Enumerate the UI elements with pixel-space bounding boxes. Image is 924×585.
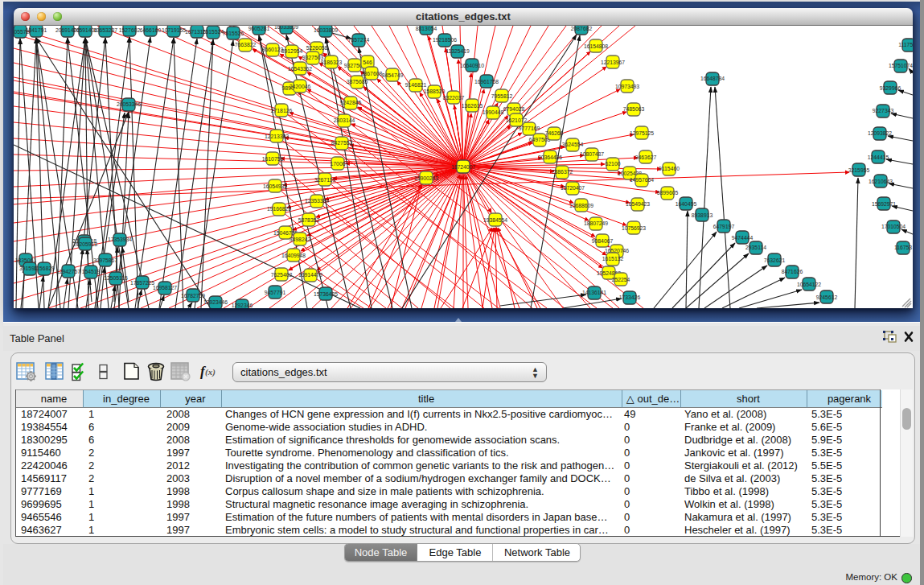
svg-text:116753: 116753 xyxy=(894,245,912,250)
svg-text:20053346: 20053346 xyxy=(117,101,141,107)
svg-text:8471626: 8471626 xyxy=(782,269,803,274)
svg-text:5878352: 5878352 xyxy=(298,217,320,223)
svg-text:2935114: 2935114 xyxy=(745,245,766,250)
svg-text:15736485: 15736485 xyxy=(314,291,338,297)
svg-text:15692971: 15692971 xyxy=(872,201,896,207)
svg-text:12942757: 12942757 xyxy=(56,269,80,274)
svg-text:7632621: 7632621 xyxy=(764,257,786,263)
svg-text:19166825: 19166825 xyxy=(267,206,291,212)
svg-text:12353384: 12353384 xyxy=(305,198,329,204)
svg-text:12505115: 12505115 xyxy=(104,275,128,281)
svg-text:12923446: 12923446 xyxy=(203,299,228,305)
svg-text:3624554: 3624554 xyxy=(562,142,584,147)
svg-text:1292346: 1292346 xyxy=(232,303,253,308)
svg-text:17857225: 17857225 xyxy=(130,280,154,286)
svg-text:16549423: 16549423 xyxy=(626,201,650,207)
svg-text:9329966: 9329966 xyxy=(880,85,901,91)
svg-text:1841791: 1841791 xyxy=(26,27,47,33)
svg-text:9457791: 9457791 xyxy=(265,290,286,295)
svg-text:7386372: 7386372 xyxy=(552,169,573,175)
svg-text:9242845: 9242845 xyxy=(340,100,362,105)
svg-text:12975125: 12975125 xyxy=(630,130,654,136)
svg-text:9605281: 9605281 xyxy=(248,26,270,31)
svg-text:1362615: 1362615 xyxy=(462,103,483,109)
svg-text:19218506: 19218506 xyxy=(433,37,457,43)
svg-text:2718126: 2718126 xyxy=(271,108,293,113)
svg-text:252254: 252254 xyxy=(612,277,630,282)
svg-text:18724007: 18724007 xyxy=(451,164,475,170)
svg-text:8660123: 8660123 xyxy=(262,47,284,52)
svg-text:9146821: 9146821 xyxy=(405,82,427,88)
svg-text:154519: 154519 xyxy=(82,269,101,274)
svg-text:9115460: 9115460 xyxy=(659,166,680,171)
svg-text:16210643: 16210643 xyxy=(869,179,893,184)
svg-text:16409948: 16409948 xyxy=(281,253,306,258)
svg-text:2420046: 2420046 xyxy=(290,84,311,89)
svg-text:7515524: 7515524 xyxy=(203,29,224,35)
svg-text:12213383: 12213383 xyxy=(265,134,289,139)
svg-text:5226058: 5226058 xyxy=(306,45,328,51)
svg-text:1527602: 1527602 xyxy=(119,27,141,33)
svg-text:2867608: 2867608 xyxy=(361,71,383,76)
svg-text:6466160: 6466160 xyxy=(140,27,162,33)
svg-text:16033809: 16033809 xyxy=(274,26,298,30)
svg-text:1156829: 1156829 xyxy=(34,266,55,271)
svg-text:3875685: 3875685 xyxy=(347,79,368,84)
svg-text:9777169: 9777169 xyxy=(519,126,540,131)
svg-text:(x): (x) xyxy=(205,367,216,377)
svg-text:8186323: 8186323 xyxy=(321,60,343,65)
svg-text:10807487: 10807487 xyxy=(580,151,604,157)
svg-text:2087682: 2087682 xyxy=(571,26,593,31)
svg-text:8912954: 8912954 xyxy=(281,48,303,54)
svg-text:18807249: 18807249 xyxy=(584,220,608,226)
svg-text:8427552: 8427552 xyxy=(331,140,353,146)
svg-text:16640910: 16640910 xyxy=(460,63,484,68)
svg-text:16782759: 16782759 xyxy=(181,293,205,299)
svg-text:1588520: 1588520 xyxy=(424,89,446,94)
svg-text:746266: 746266 xyxy=(545,130,564,136)
svg-text:16958127: 16958127 xyxy=(153,285,177,290)
svg-text:3498242: 3498242 xyxy=(290,237,311,242)
svg-text:546: 546 xyxy=(363,60,372,65)
svg-text:2803144: 2803144 xyxy=(334,117,355,123)
svg-text:10688609: 10688609 xyxy=(569,203,593,208)
svg-text:7485063: 7485063 xyxy=(623,106,645,112)
svg-text:15900243: 15900243 xyxy=(414,175,438,181)
svg-text:7515526: 7515526 xyxy=(223,31,244,36)
svg-text:1244415: 1244415 xyxy=(868,154,889,160)
svg-text:9463627: 9463627 xyxy=(635,154,657,160)
svg-text:17006: 17006 xyxy=(331,161,346,167)
svg-text:14136141: 14136141 xyxy=(582,290,606,295)
svg-text:8322037: 8322037 xyxy=(443,95,465,101)
svg-text:6794028: 6794028 xyxy=(503,106,525,112)
svg-text:17010504: 17010504 xyxy=(881,224,906,229)
svg-text:12213967: 12213967 xyxy=(601,60,625,65)
svg-text:3267110: 3267110 xyxy=(314,177,335,183)
svg-text:10973493: 10973493 xyxy=(615,84,639,89)
svg-text:17353934: 17353934 xyxy=(108,237,132,242)
svg-text:16648784: 16648784 xyxy=(700,76,725,81)
svg-text:6479197: 6479197 xyxy=(713,224,735,229)
svg-text:9227343: 9227343 xyxy=(873,108,894,113)
svg-text:20364436: 20364436 xyxy=(538,154,562,160)
svg-text:7663822: 7663822 xyxy=(235,42,257,47)
svg-text:1615132: 1615132 xyxy=(602,256,624,262)
svg-text:7955812: 7955812 xyxy=(491,93,513,99)
svg-text:3215955: 3215955 xyxy=(848,167,870,173)
svg-text:16054935: 16054935 xyxy=(263,183,287,189)
svg-text:10719155: 10719155 xyxy=(162,27,186,33)
svg-text:16543362: 16543362 xyxy=(288,66,312,72)
svg-text:6497508: 6497508 xyxy=(529,137,551,142)
svg-text:1610753: 1610753 xyxy=(262,156,284,162)
svg-text:11325419: 11325419 xyxy=(446,48,470,54)
svg-text:16154808: 16154808 xyxy=(584,43,608,49)
svg-text:19384554: 19384554 xyxy=(483,217,507,223)
svg-text:14957664: 14957664 xyxy=(630,177,654,183)
svg-text:1640495: 1640495 xyxy=(676,201,697,207)
svg-text:7857274: 7857274 xyxy=(348,37,370,43)
svg-text:10653287: 10653287 xyxy=(93,27,117,33)
svg-text:12093822: 12093822 xyxy=(868,130,892,136)
svg-text:15720407: 15720407 xyxy=(561,185,585,191)
svg-text:16033809: 16033809 xyxy=(314,27,338,33)
svg-text:8813054: 8813054 xyxy=(416,26,437,31)
